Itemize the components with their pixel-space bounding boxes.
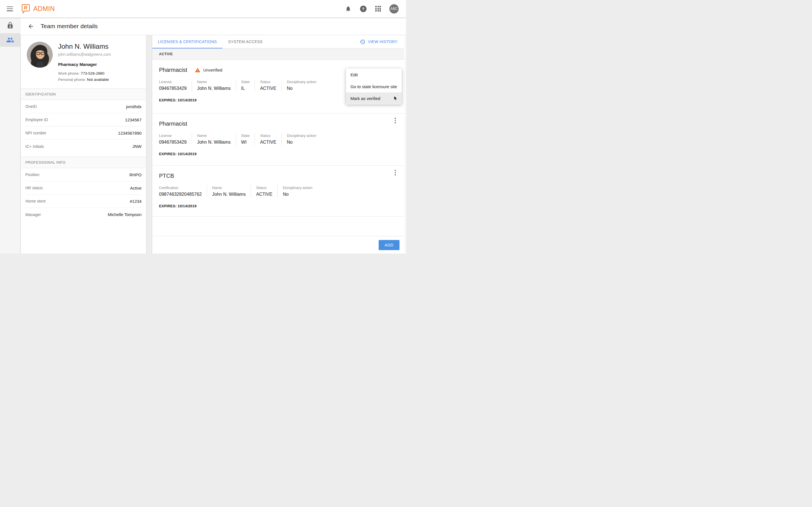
help-icon[interactable]: ? [359, 5, 367, 12]
more-options-kebab-icon[interactable] [392, 168, 399, 177]
entry-title-row: PTCB [159, 173, 397, 179]
entry-divider [152, 216, 404, 217]
row-value: Active [130, 186, 142, 190]
tab-licenses-certifications[interactable]: LICENSES & CERTIFICATIONS [152, 35, 222, 48]
expires-label: EXPIRES: 10/14/2019 [159, 204, 397, 216]
field-label: Status [260, 80, 276, 84]
grid-glyph [375, 6, 381, 11]
row-value: JNW [133, 144, 142, 149]
member-email: john.williams@walgreens.com [58, 52, 111, 57]
work-phone-value: 773-526-2860 [81, 71, 104, 75]
brand-name: ADMIN [33, 5, 55, 13]
row-label: Position [26, 172, 40, 177]
back-arrow-icon[interactable] [28, 23, 34, 30]
page-title: Team member details [41, 23, 98, 30]
menu-item-label: Mark as verified [350, 96, 380, 101]
logo-speech-bubble-icon: R [21, 4, 30, 13]
member-name: John N. Williams [58, 43, 111, 50]
row-manager: Manager Michelle Tompson [26, 208, 142, 221]
certification-fields: Certification 09874632820485762 Name Joh… [159, 185, 397, 198]
row-label: Employee ID [26, 117, 48, 122]
personal-phone-line: Personal phone:Not available [58, 77, 111, 82]
field-status: Status ACTIVE [255, 133, 282, 145]
field-label: Status [260, 133, 276, 138]
personal-phone-label: Personal phone: [58, 77, 86, 82]
field-value: IL [241, 86, 250, 91]
scrollbar-track[interactable] [404, 35, 406, 253]
field-value: No [283, 192, 312, 197]
field-label: Disciplinary action [283, 186, 312, 190]
row-employee-id: Employee ID 1234567 [26, 113, 142, 126]
app-shell: Team member details [0, 17, 406, 253]
user-avatar[interactable]: ABC [389, 4, 399, 13]
identification-section-header: IDENTIFICATION [21, 89, 146, 100]
menu-item-edit[interactable]: Edit [346, 69, 402, 80]
history-clock-icon [359, 39, 365, 45]
sidebar-item-security[interactable] [0, 17, 20, 33]
field-name: Name John N. Williams [207, 185, 251, 198]
profile-summary: John N. Williams john.williams@walgreens… [21, 35, 146, 89]
notifications-bell-icon[interactable] [345, 5, 352, 12]
svg-text:R: R [24, 5, 28, 10]
field-disciplinary: Disciplinary action No [277, 185, 317, 198]
tab-system-access[interactable]: SYSTEM ACCESS [222, 35, 268, 48]
field-certification: Certification 09874632820485762 [159, 185, 207, 198]
entry-title-row: Pharmacist [159, 121, 397, 127]
view-history-button[interactable]: VIEW HISTORY [356, 35, 404, 48]
row-value: 1234567890 [118, 131, 142, 135]
field-value: ACTIVE [260, 140, 276, 145]
field-label: Disciplinary action [287, 80, 316, 84]
profile-info: John N. Williams john.williams@walgreens… [58, 42, 111, 82]
row-value: jxmithdx [126, 104, 142, 109]
apps-grid-icon[interactable] [374, 5, 382, 12]
field-label: Name [197, 133, 231, 138]
expires-label: EXPIRES: 10/14/2019 [159, 152, 397, 164]
licenses-panel: LICENSES & CERTIFICATIONS SYSTEM ACCESS … [152, 35, 404, 253]
menu-item-mark-as-verified[interactable]: Mark as verified [346, 93, 402, 104]
unverified-badge: Unverified [191, 67, 222, 73]
field-label: Status [256, 186, 272, 190]
row-label: IC+ Initials [26, 144, 44, 149]
nav-rail [0, 17, 20, 253]
field-label: State [241, 80, 250, 84]
row-home-store: Home store #1234 [26, 194, 142, 208]
profile-photo [27, 42, 53, 68]
hamburger-menu-icon[interactable] [7, 6, 13, 11]
field-name: Name John N. Williams [192, 79, 236, 92]
row-position: Position RHPO [26, 168, 142, 181]
unverified-label: Unverified [203, 68, 222, 72]
field-label: Disciplinary action [287, 133, 316, 138]
people-icon [6, 36, 14, 44]
field-label: State [241, 133, 250, 138]
content-area: John N. Williams john.williams@walgreens… [20, 35, 406, 253]
warning-triangle-icon [195, 67, 200, 73]
sidebar-item-team-members[interactable] [0, 33, 20, 47]
field-label: Certification [159, 186, 202, 190]
field-name: Name John N. Williams [192, 133, 236, 145]
professional-info-section-header: PROFESSIONAL INFO [21, 157, 146, 168]
row-oneid: OneID jxmithdx [26, 100, 142, 113]
row-value: #1234 [130, 199, 142, 204]
field-status: Status ACTIVE [255, 79, 282, 92]
field-label: Name [212, 186, 246, 190]
add-button[interactable]: ADD [378, 240, 400, 250]
more-options-kebab-icon[interactable] [392, 116, 399, 125]
brand-logo: R ADMIN [21, 4, 55, 13]
certification-entry-ptcb: PTCB Certification 09874632820485762 Nam… [152, 166, 404, 216]
lock-person-icon [6, 22, 14, 29]
menu-item-go-to-state-licensure-site[interactable]: Go to state licensure site [346, 80, 402, 93]
field-disciplinary: Disciplinary action No [282, 79, 321, 92]
field-license: License 09467853429 [159, 79, 192, 92]
certification-title: PTCB [159, 173, 174, 179]
work-phone-line: Work phone:773-526-2860 [58, 71, 111, 75]
license-title: Pharmacist [159, 121, 187, 127]
row-value: Michelle Tompson [108, 212, 142, 217]
field-value: No [287, 86, 316, 91]
question-mark-glyph: ? [360, 6, 366, 12]
field-value: John N. Williams [197, 86, 231, 91]
row-label: HR status [26, 186, 43, 190]
field-value: 09467853429 [159, 140, 187, 145]
row-label: Manager [26, 212, 41, 217]
field-value: 09874632820485762 [159, 192, 202, 197]
field-value: John N. Williams [197, 140, 231, 145]
